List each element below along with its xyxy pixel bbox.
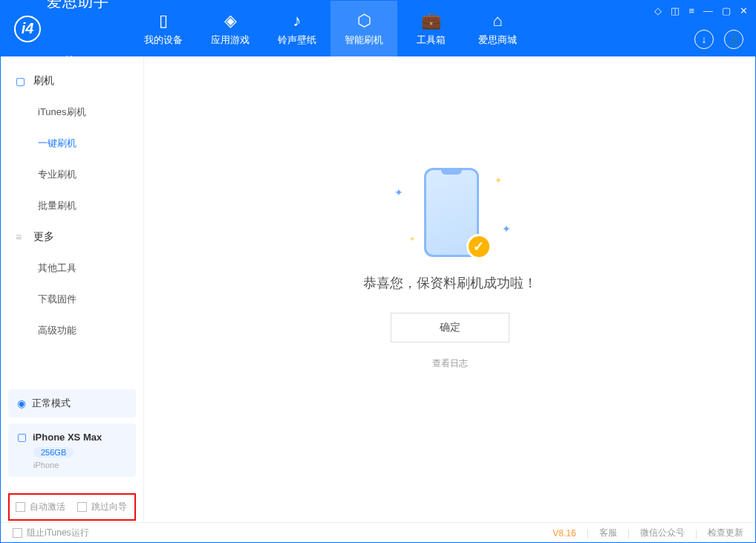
phone-notch: [441, 169, 462, 175]
body: ▢ 刷机 iTunes刷机 一键刷机 专业刷机 批量刷机 ≡ 更多 其他工具 下…: [1, 56, 755, 522]
tab-my-device[interactable]: ▯ 我的设备: [130, 1, 197, 56]
store-icon: ⌂: [492, 11, 502, 30]
support-link[interactable]: 客服: [599, 527, 617, 539]
tab-store[interactable]: ⌂ 爱思商城: [464, 1, 531, 56]
tab-ringtones-wallpapers[interactable]: ♪ 铃声壁纸: [264, 1, 330, 56]
logo-text: 爱思助手 www.i4.cn: [47, 0, 109, 64]
menu-icon[interactable]: ≡: [688, 5, 694, 16]
separator: |: [628, 528, 630, 539]
close-button[interactable]: ✕: [740, 5, 748, 16]
header-actions: ↓ 👤: [694, 30, 743, 49]
separator: |: [695, 528, 697, 539]
ok-button[interactable]: 确定: [391, 313, 509, 342]
nav-tabs: ▯ 我的设备 ◈ 应用游戏 ♪ 铃声壁纸 ⬡ 智能刷机 💼 工具箱 ⌂ 爱思商城: [130, 1, 531, 56]
minimize-button[interactable]: —: [703, 5, 713, 16]
maximize-button[interactable]: ▢: [722, 5, 731, 16]
device-name: iPhone XS Max: [33, 432, 102, 443]
tab-smart-flash[interactable]: ⬡ 智能刷机: [330, 1, 397, 56]
mode-label: 正常模式: [32, 397, 71, 410]
tab-label: 我的设备: [144, 33, 183, 47]
sidebar-group-more: ≡ 更多: [1, 221, 143, 253]
block-itunes-checkbox[interactable]: 阻止iTunes运行: [13, 527, 89, 539]
sparkle-icon: ✦: [394, 186, 403, 198]
mode-card[interactable]: ◉ 正常模式: [8, 389, 136, 417]
logo-icon: i4: [14, 16, 41, 42]
sidebar-item-download-firmware[interactable]: 下载固件: [1, 284, 143, 315]
skip-guide-label: 跳过向导: [91, 501, 127, 513]
separator: |: [587, 528, 589, 539]
cube-icon: ◈: [224, 11, 237, 30]
shirt-icon[interactable]: ◇: [654, 5, 662, 16]
footer-right: V8.16 | 客服 | 微信公众号 | 检查更新: [553, 527, 743, 539]
checkbox-icon: [77, 502, 87, 512]
sparkle-icon: ✦: [502, 223, 511, 235]
tab-label: 智能刷机: [345, 33, 383, 47]
sparkle-icon: ✦: [495, 175, 502, 186]
footer: 阻止iTunes运行 V8.16 | 客服 | 微信公众号 | 检查更新: [1, 522, 755, 543]
sidebar: ▢ 刷机 iTunes刷机 一键刷机 专业刷机 批量刷机 ≡ 更多 其他工具 下…: [1, 56, 144, 522]
window-controls: ◇ ◫ ≡ — ▢ ✕: [654, 5, 748, 16]
mode-icon: ◉: [17, 397, 26, 409]
device-cards: ◉ 正常模式 ▢ iPhone XS Max 256GB iPhone: [1, 383, 143, 489]
success-message: 恭喜您，保资料刷机成功啦！: [363, 274, 537, 292]
sparkle-icon: ✦: [409, 235, 415, 243]
toolbox-icon: 💼: [421, 11, 441, 30]
sidebar-item-advanced[interactable]: 高级功能: [1, 315, 143, 346]
header: i4 爱思助手 www.i4.cn ▯ 我的设备 ◈ 应用游戏 ♪ 铃声壁纸 ⬡…: [1, 1, 755, 56]
sidebar-scroll: ▢ 刷机 iTunes刷机 一键刷机 专业刷机 批量刷机 ≡ 更多 其他工具 下…: [1, 56, 143, 383]
sidebar-item-batch-flash[interactable]: 批量刷机: [1, 190, 143, 221]
shield-icon: ⬡: [357, 11, 371, 30]
tab-label: 工具箱: [417, 33, 446, 47]
tab-apps-games[interactable]: ◈ 应用游戏: [197, 1, 264, 56]
footer-left: 阻止iTunes运行: [13, 527, 89, 539]
block-itunes-label: 阻止iTunes运行: [27, 527, 89, 539]
check-update-link[interactable]: 检查更新: [708, 527, 743, 539]
success-illustration: ✦ ✦ ✦ ✦ ✓: [376, 164, 524, 261]
music-icon: ♪: [293, 11, 302, 30]
options-highlight-box: 自动激活 跳过向导: [8, 493, 136, 521]
tab-toolbox[interactable]: 💼 工具箱: [397, 1, 464, 56]
device-storage: 256GB: [33, 447, 74, 458]
device-card[interactable]: ▢ iPhone XS Max 256GB iPhone: [8, 423, 136, 477]
group-title: 更多: [33, 230, 54, 244]
app-name: 爱思助手: [47, 0, 109, 54]
auto-activate-label: 自动激活: [30, 501, 65, 513]
auto-activate-checkbox[interactable]: 自动激活: [16, 501, 65, 513]
version-label: V8.16: [553, 528, 576, 539]
logo[interactable]: i4 爱思助手 www.i4.cn: [1, 0, 123, 64]
view-log-link[interactable]: 查看日志: [432, 357, 468, 370]
device-phone-icon: ▢: [17, 431, 27, 443]
sidebar-item-pro-flash[interactable]: 专业刷机: [1, 159, 143, 190]
phone-icon: ▯: [159, 11, 168, 30]
tab-label: 铃声壁纸: [278, 33, 316, 47]
group-title: 刷机: [33, 74, 54, 88]
user-icon[interactable]: 👤: [724, 30, 743, 49]
tab-label: 应用游戏: [211, 33, 250, 47]
sidebar-item-other-tools[interactable]: 其他工具: [1, 253, 143, 284]
lock-icon[interactable]: ◫: [671, 5, 680, 16]
sidebar-item-itunes-flash[interactable]: iTunes刷机: [1, 97, 143, 128]
sidebar-item-oneclick-flash[interactable]: 一键刷机: [1, 128, 143, 159]
main-content: ✦ ✦ ✦ ✦ ✓ 恭喜您，保资料刷机成功啦！ 确定 查看日志: [144, 56, 755, 522]
more-icon: ≡: [16, 231, 27, 243]
skip-guide-checkbox[interactable]: 跳过向导: [77, 501, 127, 513]
download-icon[interactable]: ↓: [694, 30, 714, 49]
tab-label: 爱思商城: [478, 33, 517, 47]
wechat-link[interactable]: 微信公众号: [640, 527, 685, 539]
checkbox-icon: [13, 528, 22, 538]
sidebar-group-flash: ▢ 刷机: [1, 65, 143, 97]
app-window: i4 爱思助手 www.i4.cn ▯ 我的设备 ◈ 应用游戏 ♪ 铃声壁纸 ⬡…: [0, 0, 756, 543]
device-type: iPhone: [33, 461, 127, 469]
app-url: www.i4.cn: [47, 54, 109, 63]
device-icon: ▢: [16, 75, 27, 87]
checkbox-icon: [16, 502, 25, 512]
check-badge-icon: ✓: [466, 234, 492, 259]
